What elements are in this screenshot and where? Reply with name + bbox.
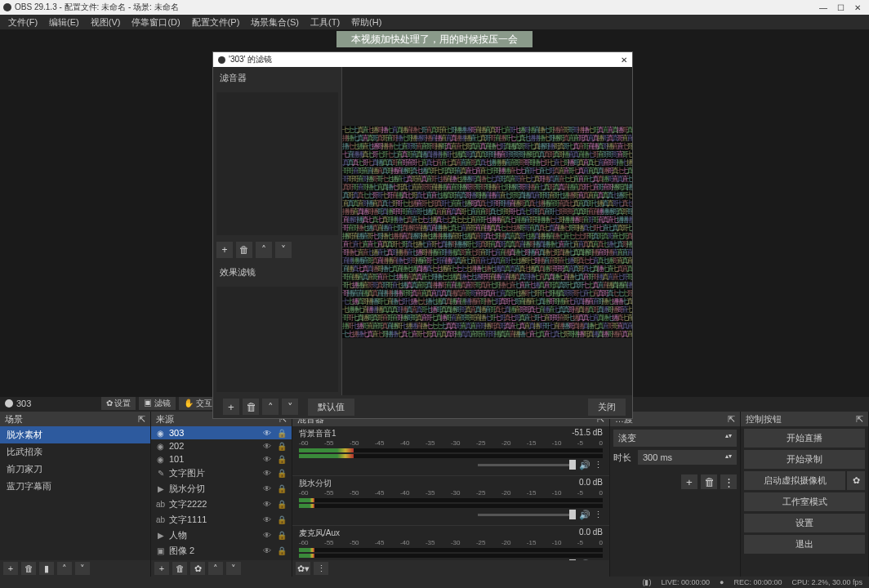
menu-help[interactable]: 帮助(H) (346, 16, 386, 29)
move-audio-filter-up-button[interactable]: ˄ (256, 242, 272, 258)
visibility-icon[interactable]: 👁 (263, 500, 273, 509)
remove-transition-button[interactable]: 🗑 (701, 474, 717, 489)
volume-slider[interactable] (478, 464, 576, 466)
settings-button[interactable]: 设置 (744, 514, 865, 532)
maximize-button[interactable]: ☐ (837, 3, 844, 12)
scenes-popout-icon[interactable]: ⇱ (138, 414, 145, 425)
source-type-icon: ◉ (156, 455, 165, 464)
move-effect-filter-up-button[interactable]: ˄ (262, 399, 279, 415)
remove-scene-button[interactable]: 🗑 (21, 562, 36, 575)
mute-icon[interactable]: 🔊 (579, 510, 590, 520)
move-source-down-button[interactable]: ˅ (226, 562, 241, 575)
remove-audio-filter-button[interactable]: 🗑 (236, 242, 252, 258)
source-item[interactable]: ▶人物👁🔒 (151, 528, 292, 543)
visibility-icon[interactable]: 👁 (263, 469, 273, 478)
add-transition-button[interactable]: + (681, 474, 697, 489)
transitions-popout-icon[interactable]: ⇱ (728, 414, 735, 425)
transition-menu-button[interactable]: ⋮ (720, 474, 737, 489)
scene-item[interactable]: 脱水素材 (0, 426, 150, 443)
start-streaming-button[interactable]: 开始直播 (744, 429, 865, 448)
close-button[interactable]: ✕ (854, 3, 861, 12)
filters-button[interactable]: ▣ 滤镜 (139, 397, 176, 410)
volume-slider[interactable] (478, 514, 576, 516)
add-scene-button[interactable]: + (3, 562, 18, 575)
track-menu-icon[interactable]: ⋮ (594, 510, 603, 520)
duration-input[interactable]: 300 ms▴▾ (638, 450, 737, 465)
menu-scene-collection[interactable]: 场景集合(S) (246, 16, 304, 29)
move-scene-up-button[interactable]: ˄ (57, 562, 72, 575)
defaults-button[interactable]: 默认值 (308, 399, 354, 416)
menu-dock[interactable]: 停靠窗口(D) (127, 16, 185, 29)
visibility-icon[interactable]: 👁 (263, 515, 273, 524)
dialog-close-button[interactable]: 关闭 (588, 399, 626, 416)
source-item[interactable]: ◉202👁🔒 (151, 439, 292, 452)
source-item[interactable]: ◉101👁🔒 (151, 452, 292, 466)
mixer-menu-button[interactable]: ⋮ (314, 562, 328, 575)
move-audio-filter-down-button[interactable]: ˅ (275, 242, 292, 258)
start-virtual-cam-button[interactable]: 启动虚拟摄像机 (744, 471, 845, 490)
menu-edit[interactable]: 编辑(E) (44, 16, 84, 29)
visibility-icon[interactable]: 👁 (263, 442, 273, 451)
scenes-title: 场景 (5, 413, 23, 425)
dialog-titlebar[interactable]: '303' 的滤镜 ✕ (213, 52, 632, 67)
mute-icon[interactable]: 🔊 (579, 460, 590, 470)
interact-button[interactable]: ✋ 交互 (179, 397, 217, 410)
menu-tools[interactable]: 工具(T) (305, 16, 345, 29)
source-item[interactable]: ab文字2222👁🔒 (151, 497, 292, 512)
source-item[interactable]: ab文字1111👁🔒 (151, 512, 292, 528)
menu-profile[interactable]: 配置文件(P) (187, 16, 245, 29)
transition-select[interactable]: 淡变▴▾ (613, 430, 737, 447)
minimize-button[interactable]: — (819, 3, 827, 12)
audio-filters-label: 滤音器 (213, 67, 341, 89)
visibility-icon[interactable]: 👁 (263, 531, 273, 540)
properties-button[interactable]: ✿ 设置 (101, 397, 136, 410)
visibility-icon[interactable]: 👁 (263, 484, 273, 493)
lock-icon[interactable]: 🔒 (277, 429, 287, 438)
track-menu-icon[interactable]: ⋮ (594, 460, 603, 470)
lock-icon[interactable]: 🔒 (277, 469, 287, 478)
remove-source-button[interactable]: 🗑 (172, 562, 187, 575)
scene-item[interactable]: 前刀家刀 (0, 461, 150, 478)
move-source-up-button[interactable]: ˄ (208, 562, 223, 575)
virtual-cam-settings-button[interactable]: ✿ (847, 471, 865, 490)
audio-meter (299, 498, 603, 502)
menu-file[interactable]: 文件(F) (3, 16, 42, 29)
lock-icon[interactable]: 🔒 (277, 442, 287, 451)
dialog-close-icon[interactable]: ✕ (621, 56, 627, 65)
lock-icon[interactable]: 🔒 (277, 484, 287, 493)
audio-filters-list[interactable] (216, 92, 338, 235)
menu-view[interactable]: 视图(V) (86, 16, 126, 29)
source-item[interactable]: ▶脱水分切👁🔒 (151, 481, 292, 497)
lock-icon[interactable]: 🔒 (277, 500, 287, 509)
scene-item[interactable]: 蓝刀字幕雨 (0, 478, 150, 495)
add-audio-filter-button[interactable]: + (216, 242, 233, 258)
studio-mode-button[interactable]: 工作室模式 (744, 492, 865, 511)
lock-icon[interactable]: 🔒 (277, 515, 287, 524)
scene-filters-button[interactable]: ▮ (39, 562, 54, 575)
controls-popout-icon[interactable]: ⇱ (856, 414, 863, 425)
remove-effect-filter-button[interactable]: 🗑 (243, 399, 259, 415)
mixer-settings-button[interactable]: ✿▾ (296, 562, 310, 575)
visibility-icon[interactable]: 👁 (263, 546, 273, 555)
move-scene-down-button[interactable]: ˅ (75, 562, 90, 575)
add-effect-filter-button[interactable]: + (223, 399, 239, 415)
exit-button[interactable]: 退出 (744, 535, 865, 554)
source-properties-button[interactable]: ✿ (190, 562, 205, 575)
source-item[interactable]: ▣图像 2👁🔒 (151, 543, 292, 559)
start-recording-button[interactable]: 开始录制 (744, 450, 865, 469)
source-name: 脱水分切 (169, 483, 259, 495)
source-item[interactable]: ◉303👁🔒 (151, 426, 292, 439)
source-item[interactable]: ✎文字图片👁🔒 (151, 466, 292, 481)
track-db: 0.0 dB (579, 528, 603, 539)
visibility-icon[interactable]: 👁 (263, 455, 273, 464)
scene-item[interactable]: 比武招亲 (0, 443, 150, 461)
effect-filters-list[interactable] (216, 287, 338, 392)
move-effect-filter-down-button[interactable]: ˅ (282, 399, 298, 415)
visibility-icon[interactable]: 👁 (263, 429, 273, 438)
source-name: 人物 (169, 529, 259, 541)
lock-icon[interactable]: 🔒 (277, 531, 287, 540)
lock-icon[interactable]: 🔒 (277, 455, 287, 464)
add-source-button[interactable]: + (154, 562, 169, 575)
lock-icon[interactable]: 🔒 (277, 546, 287, 555)
statusbar: (▮) LIVE: 00:00:00 ● REC: 00:00:00 CPU: … (0, 577, 869, 588)
